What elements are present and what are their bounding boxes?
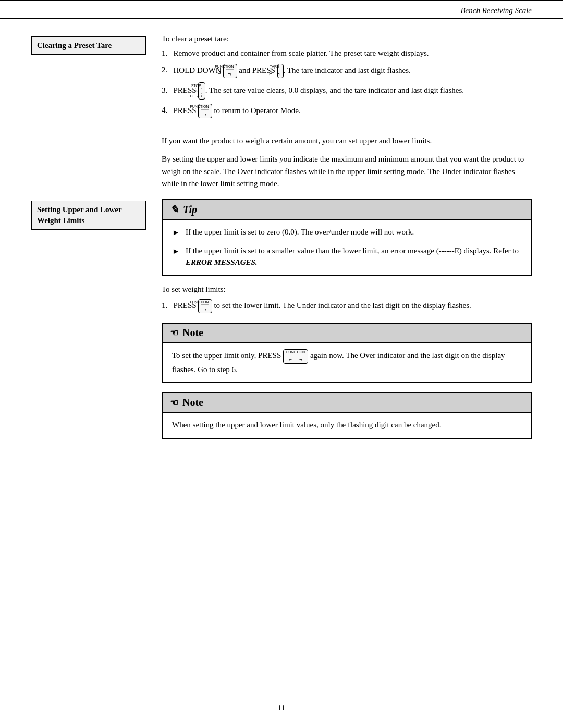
tip-pencil-icon: ✎	[170, 203, 179, 216]
note1-finger-icon: ☜	[170, 327, 178, 339]
tip-arrow-1: ►	[172, 227, 183, 239]
tip-item-1: ► If the upper limit is set to zero (0.0…	[172, 226, 521, 239]
clearing-step-4: 4. PRESS FUNCTION⌐ ¬ to return to Operat…	[162, 104, 532, 118]
step2-num: 2.	[162, 66, 172, 75]
sidebar-section-1: Clearing a Preset Tare	[31, 36, 146, 55]
function-btn-2: FUNCTION⌐ ¬	[198, 104, 212, 118]
step2-text: HOLD DOWN FUNCTION⌐ ¬ and PRESS TARE⌐ ¬.…	[174, 66, 411, 75]
step4-text: PRESS FUNCTION⌐ ¬ to return to Operator …	[174, 106, 301, 115]
tip-arrow-2: ►	[172, 245, 183, 257]
clearing-intro: To clear a preset tare:	[162, 34, 532, 43]
weight-steps-intro: To set weight limits:	[162, 285, 532, 294]
note2-label: Note	[182, 397, 203, 409]
error-msg-ref: ERROR MESSAGES.	[186, 258, 258, 266]
clearing-step-2: 2. HOLD DOWN FUNCTION⌐ ¬ and PRESS TARE⌐…	[162, 64, 532, 78]
sidebar: Clearing a Preset Tare Setting Upper and…	[31, 34, 156, 448]
wstep1-text: PRESS FUNCTION⌐ ¬ to set the lower limit…	[174, 301, 471, 310]
note2-text: When setting the upper and lower limit v…	[172, 419, 521, 431]
step1-text: Remove product and container from scale …	[174, 49, 429, 57]
clearing-step-3: 3. PRESS STOP⊙CLEAR. The set tare value …	[162, 82, 532, 100]
bottom-area: 11	[0, 699, 563, 712]
function-btn-1: FUNCTION⌐ ¬	[223, 64, 237, 78]
header-title: Bench Receiving Scale	[460, 6, 532, 15]
note2-finger-icon: ☜	[170, 397, 178, 409]
note-box-2: ☜ Note When setting the upper and lower …	[162, 392, 532, 438]
note-box-1: ☜ Note To set the upper limit only, PRES…	[162, 323, 532, 383]
tip-box: ✎ Tip ► If the upper limit is set to zer…	[162, 199, 532, 276]
tip-content: ► If the upper limit is set to zero (0.0…	[163, 220, 531, 275]
wstep1-num: 1.	[162, 301, 172, 310]
header: Bench Receiving Scale	[0, 1, 563, 19]
sidebar-section-2: Setting Upper and Lower Weight Limits	[31, 201, 146, 230]
clearing-section: To clear a preset tare: 1. Remove produc…	[162, 34, 532, 118]
note1-content: To set the upper limit only, PRESS FUNCT…	[163, 343, 531, 382]
stopclear-btn: STOP⊙CLEAR	[198, 82, 205, 100]
tip-header: ✎ Tip	[163, 200, 531, 220]
tip-item-2: ► If the upper limit is set to a smaller…	[172, 245, 521, 268]
sidebar-weight-line1: Setting Upper and Lower	[37, 205, 122, 214]
step1-num: 1.	[162, 49, 172, 57]
sidebar-weight-line2: Weight Limits	[37, 216, 84, 225]
tip-label: Tip	[183, 204, 197, 216]
page-container: Bench Receiving Scale Clearing a Preset …	[0, 0, 563, 728]
step3-text: PRESS STOP⊙CLEAR. The set tare value cle…	[174, 86, 464, 94]
weight-step-1: 1. PRESS FUNCTION⌐ ¬ to set the lower li…	[162, 299, 532, 314]
main-content: Clearing a Preset Tare Setting Upper and…	[0, 19, 563, 464]
weight-para2: By setting the upper and lower limits yo…	[162, 153, 532, 190]
sidebar-label-weight: Setting Upper and Lower Weight Limits	[31, 201, 146, 230]
note1-text: To set the upper limit only, PRESS FUNCT…	[172, 349, 521, 376]
clearing-steps-list: 1. Remove product and container from sca…	[162, 47, 532, 118]
sidebar-label-clearing: Clearing a Preset Tare	[31, 36, 146, 55]
note2-content: When setting the upper and lower limit v…	[163, 413, 531, 437]
step3-num: 3.	[162, 86, 172, 94]
function-btn-4: FUNCTION⌐ ¬	[283, 349, 308, 364]
bottom-line	[26, 699, 537, 699]
weight-section: If you want the product to weigh a certa…	[162, 135, 532, 439]
note1-header: ☜ Note	[163, 324, 531, 343]
function-btn-3: FUNCTION⌐ ¬	[198, 299, 212, 314]
clearing-step-1: 1. Remove product and container from sca…	[162, 47, 532, 59]
tare-btn: TARE⌐ ¬	[277, 64, 284, 78]
weight-para1: If you want the product to weigh a certa…	[162, 135, 532, 147]
page-number: 11	[0, 704, 563, 712]
tip-text-1: If the upper limit is set to zero (0.0).…	[186, 226, 414, 238]
note1-label: Note	[182, 327, 203, 339]
note2-header: ☜ Note	[163, 393, 531, 413]
weight-steps-list: 1. PRESS FUNCTION⌐ ¬ to set the lower li…	[162, 299, 532, 314]
tip-text-2: If the upper limit is set to a smaller v…	[186, 245, 521, 268]
content-area: To clear a preset tare: 1. Remove produc…	[156, 34, 532, 448]
step4-num: 4.	[162, 106, 172, 115]
